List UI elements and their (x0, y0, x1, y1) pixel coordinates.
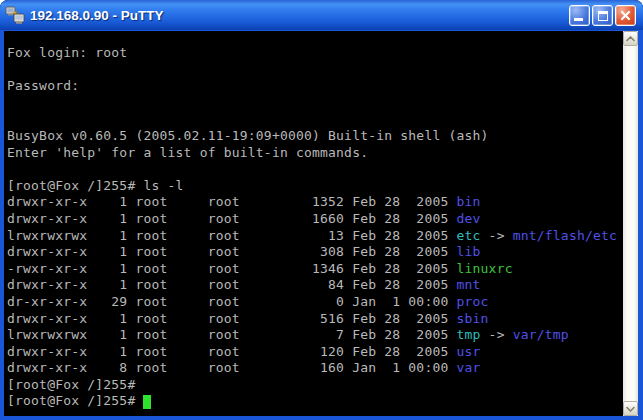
terminal-line: drwxr-xr-x 1 root root 516 Feb 28 2005 s… (7, 311, 623, 328)
terminal-line (7, 111, 623, 128)
terminal-line: drwxr-xr-x 1 root root 120 Feb 28 2005 u… (7, 344, 623, 361)
terminal-line (7, 62, 623, 79)
scrollbar[interactable] (623, 31, 638, 416)
window-title: 192.168.0.90 - PuTTY (30, 8, 569, 23)
terminal-cursor (143, 395, 151, 409)
close-button[interactable] (615, 5, 636, 26)
terminal-line: drwxr-xr-x 1 root root 308 Feb 28 2005 l… (7, 244, 623, 261)
terminal-line: drwxr-xr-x 8 root root 160 Jan 1 00:00 v… (7, 360, 623, 377)
terminal-line: [root@Fox /]255# (7, 393, 623, 410)
terminal-line: [root@Fox /]255# ls -l (7, 178, 623, 195)
terminal-line: [root@Fox /]255# (7, 377, 623, 394)
scroll-down-button[interactable] (623, 401, 638, 416)
maximize-icon (598, 11, 608, 21)
window-body: Fox login: root Password: BusyBox v0.60.… (0, 30, 643, 420)
titlebar[interactable]: 192.168.0.90 - PuTTY (0, 0, 643, 30)
terminal-line: Enter 'help' for a list of built-in comm… (7, 145, 623, 162)
maximize-button[interactable] (592, 5, 613, 26)
terminal-line: BusyBox v0.60.5 (2005.02.11-19:09+0000) … (7, 128, 623, 145)
window-controls (569, 5, 636, 26)
chevron-up-icon (626, 36, 635, 42)
scroll-up-button[interactable] (623, 31, 638, 46)
terminal-line: lrwxrwxrwx 1 root root 7 Feb 28 2005 tmp… (7, 327, 623, 344)
minimize-icon (574, 18, 583, 21)
terminal-line: Fox login: root (7, 45, 623, 62)
minimize-button[interactable] (569, 5, 590, 26)
terminal-line (7, 95, 623, 112)
terminal-screen[interactable]: Fox login: root Password: BusyBox v0.60.… (4, 31, 623, 416)
terminal-line: drwxr-xr-x 1 root root 84 Feb 28 2005 mn… (7, 277, 623, 294)
terminal-line: drwxr-xr-x 1 root root 1352 Feb 28 2005 … (7, 194, 623, 211)
terminal-line: lrwxrwxrwx 1 root root 13 Feb 28 2005 et… (7, 228, 623, 245)
terminal-line: drwxr-xr-x 1 root root 1660 Feb 28 2005 … (7, 211, 623, 228)
terminal-line: Password: (7, 78, 623, 95)
chevron-down-icon (626, 406, 635, 412)
terminal-line (7, 161, 623, 178)
close-icon (620, 10, 631, 21)
terminal-line: dr-xr-xr-x 29 root root 0 Jan 1 00:00 pr… (7, 294, 623, 311)
terminal-line: -rwxr-xr-x 1 root root 1346 Feb 28 2005 … (7, 261, 623, 278)
putty-icon (5, 5, 25, 25)
putty-window: 192.168.0.90 - PuTTY Fox login: root Pas… (0, 0, 643, 420)
scrollbar-track[interactable] (623, 46, 638, 401)
